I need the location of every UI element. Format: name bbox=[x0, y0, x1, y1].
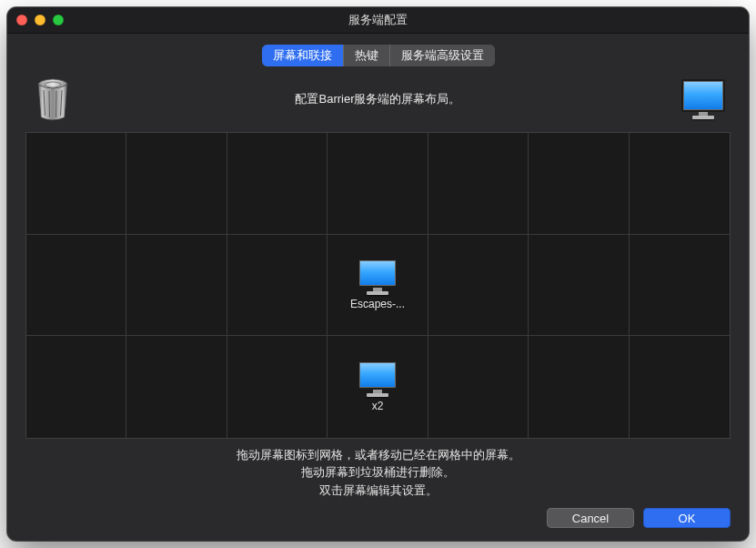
grid-cell[interactable] bbox=[126, 235, 227, 337]
monitor-icon[interactable] bbox=[358, 259, 398, 295]
screen-label: Escapes-... bbox=[350, 298, 405, 310]
grid-cell[interactable] bbox=[26, 336, 126, 438]
content-area: 屏幕和联接 热键 服务端高级设置 bbox=[7, 34, 749, 541]
window-title: 服务端配置 bbox=[7, 12, 749, 28]
titlebar: 服务端配置 bbox=[7, 7, 749, 34]
tab-screens-and-links[interactable]: 屏幕和联接 bbox=[262, 45, 344, 66]
grid-cell[interactable] bbox=[630, 133, 730, 235]
traffic-lights bbox=[16, 15, 64, 25]
cancel-button[interactable]: Cancel bbox=[547, 508, 634, 528]
ok-button[interactable]: OK bbox=[643, 508, 731, 528]
screen-prototype[interactable] bbox=[676, 79, 731, 119]
grid-cell[interactable] bbox=[529, 336, 629, 438]
grid-cell[interactable] bbox=[227, 133, 328, 235]
grid-cell[interactable] bbox=[529, 235, 629, 337]
dialog-footer: Cancel OK bbox=[25, 508, 731, 528]
grid-cell[interactable] bbox=[529, 133, 629, 235]
screen-label: x2 bbox=[372, 400, 384, 412]
help-line-1: 拖动屏幕图标到网格，或者移动已经在网格中的屏幕。 bbox=[25, 446, 731, 464]
zoom-button[interactable] bbox=[53, 15, 64, 25]
trash-icon bbox=[33, 76, 73, 123]
grid-cell[interactable] bbox=[428, 133, 529, 235]
help-line-2: 拖动屏幕到垃圾桶进行删除。 bbox=[25, 463, 731, 482]
grid-cell[interactable] bbox=[428, 235, 529, 337]
grid-cell[interactable] bbox=[126, 133, 227, 235]
svg-line-2 bbox=[49, 91, 50, 117]
grid-cell-screen[interactable]: x2 bbox=[328, 336, 428, 438]
layout-instruction: 配置Barrier服务端的屏幕布局。 bbox=[95, 91, 661, 107]
grid-cell[interactable] bbox=[630, 235, 730, 337]
top-row: 配置Barrier服务端的屏幕布局。 bbox=[25, 76, 731, 123]
minimize-button[interactable] bbox=[35, 15, 45, 25]
monitor-icon[interactable] bbox=[358, 360, 398, 397]
tab-hotkeys[interactable]: 热键 bbox=[344, 45, 390, 66]
grid-cell[interactable] bbox=[126, 336, 227, 438]
grid-cell[interactable] bbox=[227, 235, 328, 337]
trash-drop-target[interactable] bbox=[25, 76, 80, 123]
grid-cell[interactable] bbox=[26, 235, 126, 337]
grid-cell[interactable] bbox=[630, 336, 730, 438]
help-line-3: 双击屏幕编辑其设置。 bbox=[25, 482, 731, 500]
monitor-icon bbox=[681, 79, 725, 119]
help-text: 拖动屏幕图标到网格，或者移动已经在网格中的屏幕。 拖动屏幕到垃圾桶进行删除。 双… bbox=[25, 446, 731, 500]
grid-cell[interactable] bbox=[26, 133, 126, 235]
svg-line-3 bbox=[56, 91, 57, 117]
server-config-window: 服务端配置 屏幕和联接 热键 服务端高级设置 bbox=[7, 7, 749, 541]
screen-grid[interactable]: Escapes-...x2 bbox=[25, 132, 731, 439]
grid-cell-screen[interactable]: Escapes-... bbox=[328, 235, 428, 337]
grid-cell[interactable] bbox=[428, 336, 529, 438]
tab-advanced-settings[interactable]: 服务端高级设置 bbox=[390, 45, 495, 66]
grid-cell[interactable] bbox=[328, 133, 428, 235]
close-button[interactable] bbox=[16, 15, 27, 25]
grid-cell[interactable] bbox=[227, 336, 328, 438]
tab-bar: 屏幕和联接 热键 服务端高级设置 bbox=[262, 45, 495, 66]
